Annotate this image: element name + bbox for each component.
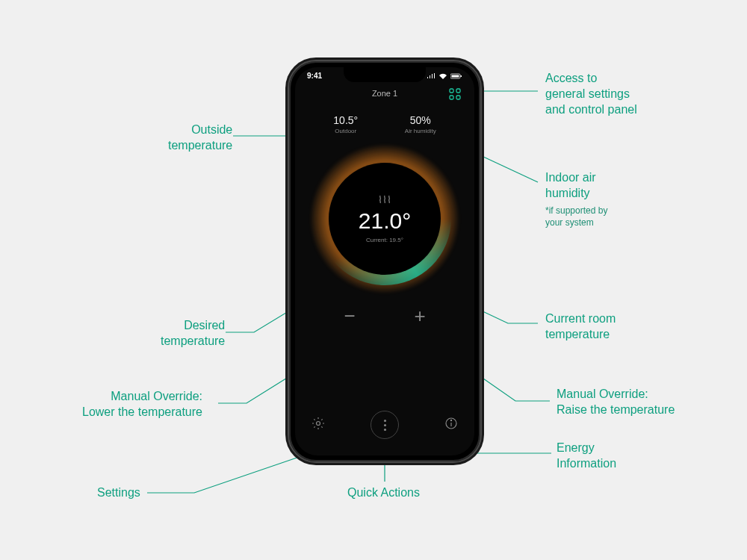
status-time: 9:41: [307, 72, 322, 80]
ann-humidity: Indoor airhumidity: [545, 170, 596, 202]
control-panel-icon[interactable]: [449, 88, 461, 102]
dial-face: 21.0° Current: 19.5°: [329, 163, 441, 275]
phone-notch: [344, 67, 426, 82]
phone-frame: 9:41 Zone 1 10.5° Outdoor 50% Air humidi…: [288, 60, 482, 463]
ann-energy: EnergyInformation: [557, 441, 616, 472]
outdoor-value: 10.5°: [333, 114, 358, 126]
ann-settings: Settings: [97, 485, 140, 501]
svg-rect-11: [456, 96, 460, 99]
ann-outside: Outsidetemperature: [168, 122, 232, 154]
zone-bar: Zone 1: [295, 89, 474, 98]
quick-actions-button[interactable]: [371, 411, 399, 439]
lower-temperature-button[interactable]: −: [335, 305, 365, 328]
ann-raise: Manual Override:Raise the temperature: [557, 387, 675, 418]
status-icons: [427, 72, 462, 80]
ann-current: Current roomtemperature: [545, 311, 616, 343]
ann-desired: Desiredtemperature: [161, 318, 225, 349]
current-temperature: Current: 19.5°: [366, 237, 403, 243]
readings-row: 10.5° Outdoor 50% Air humidity: [295, 114, 474, 134]
outdoor-reading: 10.5° Outdoor: [333, 114, 358, 134]
svg-rect-10: [450, 96, 453, 99]
svg-rect-8: [450, 89, 453, 93]
svg-rect-9: [456, 89, 460, 93]
zone-label[interactable]: Zone 1: [372, 89, 397, 98]
svg-rect-6: [452, 75, 459, 77]
raise-temperature-button[interactable]: +: [405, 305, 435, 328]
temperature-dial[interactable]: 21.0° Current: 19.5°: [321, 155, 448, 282]
svg-point-15: [450, 420, 451, 420]
svg-point-12: [317, 422, 320, 426]
heat-icon: [378, 195, 391, 205]
settings-icon[interactable]: [311, 417, 325, 433]
humidity-reading: 50% Air humidity: [405, 114, 436, 134]
adjust-row: − +: [295, 305, 474, 328]
ann-quick: Quick Actions: [347, 485, 420, 501]
ann-panel: Access togeneral settingsand control pan…: [545, 71, 637, 117]
target-temperature: 21.0°: [359, 208, 411, 234]
humidity-label: Air humidity: [405, 128, 436, 134]
ann-lower: Manual Override:Lower the temperature: [82, 389, 202, 420]
energy-info-icon[interactable]: [444, 417, 458, 433]
humidity-value: 50%: [405, 114, 436, 126]
svg-rect-7: [461, 75, 462, 77]
bottom-bar: [295, 411, 474, 439]
outdoor-label: Outdoor: [333, 128, 358, 134]
ann-humidity-note: *if supported byyour system: [545, 205, 607, 228]
phone-screen: 9:41 Zone 1 10.5° Outdoor 50% Air humidi…: [295, 67, 474, 455]
